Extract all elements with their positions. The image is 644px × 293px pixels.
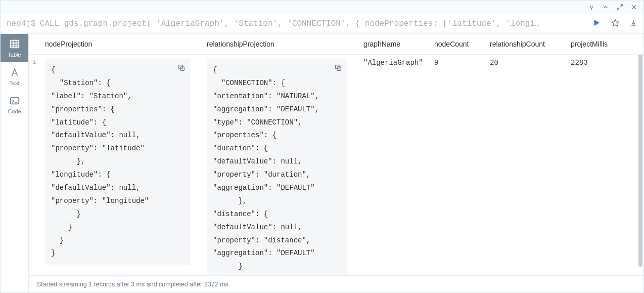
- cell-graphName: "AlgeriaGraph": [355, 55, 426, 71]
- col-relationshipCount: relationshipCount: [482, 34, 563, 54]
- nodeProjection-code: { "Station": { "label": "Station", "prop…: [45, 59, 191, 265]
- expand-icon[interactable]: [616, 4, 623, 11]
- svg-marker-5: [612, 19, 618, 26]
- tab-text[interactable]: Text: [1, 62, 28, 91]
- run-button[interactable]: [592, 18, 601, 29]
- tab-code-label: Code: [8, 108, 21, 114]
- scrollbar[interactable]: [638, 49, 642, 267]
- svg-rect-7: [10, 40, 19, 48]
- cell-nodeProjection: { "Station": { "label": "Station", "prop…: [37, 55, 199, 269]
- main-area: Table Text Code nodeProjection relations…: [1, 34, 643, 292]
- prompt-label: neo4j$: [7, 19, 36, 28]
- status-text: Started streaming 1 records after 3 ms a…: [37, 281, 230, 288]
- query-actions: [592, 18, 637, 29]
- tab-code[interactable]: Code: [1, 91, 28, 119]
- status-footer: Started streaming 1 records after 3 ms a…: [29, 275, 643, 292]
- pin-icon[interactable]: [588, 4, 595, 11]
- svg-line-1: [620, 5, 622, 7]
- cell-projectMillis: 2283: [563, 55, 618, 71]
- close-icon[interactable]: [630, 4, 637, 11]
- col-projectMillis: projectMillis: [563, 34, 618, 54]
- cell-relationshipCount: 20: [482, 55, 563, 71]
- tab-table[interactable]: Table: [1, 34, 28, 62]
- col-relationshipProjection: relationshipProjection: [199, 34, 355, 54]
- row-number: 1: [29, 55, 37, 65]
- col-nodeCount: nodeCount: [426, 34, 482, 54]
- collapse-icon[interactable]: [602, 4, 609, 11]
- svg-line-2: [617, 8, 619, 10]
- tab-text-label: Text: [9, 80, 19, 86]
- query-input[interactable]: CALL gds.graph.project( 'AlgeriaGraph', …: [40, 19, 586, 28]
- query-bar: neo4j$ CALL gds.graph.project( 'AlgeriaG…: [1, 14, 643, 34]
- result-table[interactable]: nodeProjection relationshipProjection gr…: [29, 34, 643, 275]
- tab-table-label: Table: [8, 52, 21, 58]
- download-icon[interactable]: [629, 19, 637, 28]
- copy-icon[interactable]: [332, 62, 344, 74]
- cell-nodeCount: 9: [426, 55, 482, 71]
- copy-icon[interactable]: [175, 122, 188, 135]
- view-tabs: Table Text Code: [1, 34, 29, 292]
- window-toolbar: [1, 1, 643, 14]
- favorite-icon[interactable]: [611, 19, 619, 28]
- copy-icon[interactable]: [175, 62, 188, 74]
- col-nodeProjection: nodeProjection: [37, 34, 199, 54]
- relationshipProjection-code: { "CONNECTION": { "orientation": "NATURA…: [207, 59, 347, 275]
- result-area: nodeProjection relationshipProjection gr…: [29, 34, 643, 292]
- result-frame: neo4j$ CALL gds.graph.project( 'AlgeriaG…: [0, 0, 644, 293]
- table-row: 1 { "Station": { "label": "Station", "pr…: [29, 55, 643, 275]
- cell-relationshipProjection: { "CONNECTION": { "orientation": "NATURA…: [199, 55, 355, 275]
- col-graphName: graphName: [355, 34, 426, 54]
- table-header: nodeProjection relationshipProjection gr…: [29, 34, 643, 55]
